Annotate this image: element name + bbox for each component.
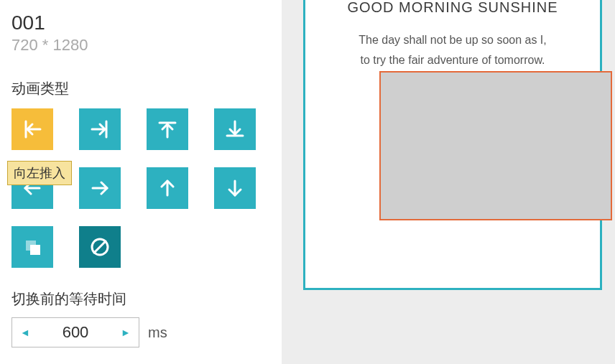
animation-section-label: 动画类型 xyxy=(11,79,270,98)
svg-rect-13 xyxy=(30,245,40,255)
animation-type-grid: 向左推入 xyxy=(11,108,270,268)
arrow-bar-left-icon xyxy=(20,117,45,141)
animation-cover-up-button[interactable] xyxy=(147,167,188,209)
svg-line-15 xyxy=(94,241,106,253)
animation-push-down-button[interactable] xyxy=(214,108,256,150)
canvas-area[interactable]: GOOD MORNING SUNSHINE The day shall not … xyxy=(282,0,615,364)
wait-time-row: ◄ 600 ► ms xyxy=(11,317,270,347)
arrow-right-icon xyxy=(88,176,112,200)
animation-push-right-button[interactable] xyxy=(79,108,121,150)
wait-time-unit: ms xyxy=(148,325,167,341)
animation-cover-right-button[interactable] xyxy=(79,167,121,209)
wait-time-stepper[interactable]: ◄ 600 ► xyxy=(11,317,139,347)
arrow-bar-up-icon xyxy=(155,117,180,141)
wait-time-label: 切换前的等待时间 xyxy=(11,289,270,309)
properties-panel: 001 720 * 1280 动画类型 向左推入 切换前的等待时间 ◄ 600 … xyxy=(0,0,282,364)
arrow-down-icon xyxy=(223,176,247,200)
animation-cover-down-button[interactable] xyxy=(214,167,256,209)
animation-fade-button[interactable] xyxy=(11,226,53,268)
item-name: 001 xyxy=(11,11,270,34)
animation-push-up-button[interactable] xyxy=(147,108,188,150)
fade-squares-icon xyxy=(20,235,45,259)
item-dimensions: 720 * 1280 xyxy=(11,36,270,55)
animation-none-button[interactable] xyxy=(79,226,121,268)
preview-heading: GOOD MORNING SUNSHINE xyxy=(305,0,600,16)
arrow-bar-down-icon xyxy=(223,117,247,141)
stepper-decrease-button[interactable]: ◄ xyxy=(12,327,38,338)
no-symbol-icon xyxy=(88,235,112,259)
preview-quote-line-2: to try the fair adventure of tomorrow. xyxy=(305,54,600,67)
preview-quote-line-1: The day shall not be up so soon as I, xyxy=(305,34,600,47)
triangle-right-icon: ► xyxy=(121,327,131,338)
triangle-left-icon: ◄ xyxy=(20,327,30,338)
animation-push-left-button[interactable] xyxy=(11,108,53,150)
animation-tooltip: 向左推入 xyxy=(7,161,72,185)
device-preview-frame[interactable]: GOOD MORNING SUNSHINE The day shall not … xyxy=(303,0,602,290)
arrow-bar-right-icon xyxy=(88,117,112,141)
selected-image-placeholder[interactable] xyxy=(379,71,612,220)
stepper-increase-button[interactable]: ► xyxy=(113,327,139,338)
arrow-up-icon xyxy=(155,176,180,200)
wait-time-value[interactable]: 600 xyxy=(38,323,113,342)
